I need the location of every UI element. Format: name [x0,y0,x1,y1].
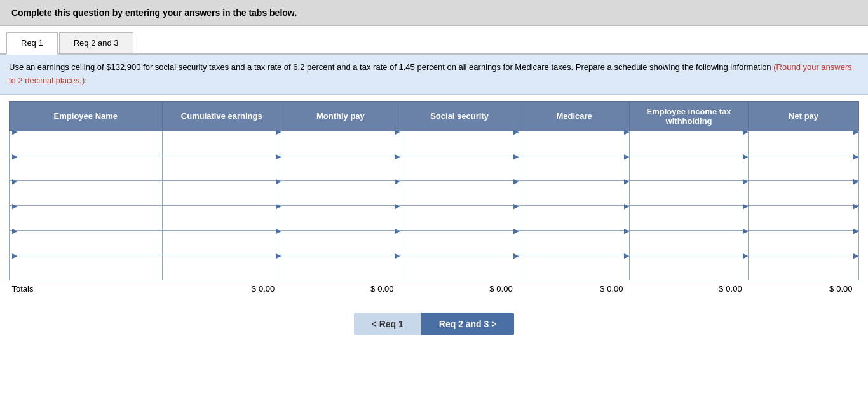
totals-mon-value: 0.00 [377,284,393,293]
row-1-col-0-input[interactable] [163,161,281,185]
dollar-sign: $ [252,284,256,293]
prev-button[interactable]: < Req 1 [354,313,421,335]
next-button[interactable]: Req 2 and 3 > [421,313,515,335]
header-bar: Complete this question by entering your … [0,0,868,26]
row-0-name-input[interactable] [12,136,162,160]
row-2-col-3-input[interactable] [519,185,629,210]
arrow-icon: ▶ [743,227,748,235]
row-3-col-2-input[interactable] [400,210,519,234]
arrow-icon: ▶ [513,227,519,235]
row-4-col-3-input[interactable] [519,235,629,259]
arrow-icon: ▶ [853,202,858,210]
row-0-col-0-input[interactable] [163,136,281,160]
col-employee-name: Employee Name [10,101,163,131]
arrow-icon: ▶ [12,152,17,161]
totals-med-value: 0.00 [607,284,623,293]
arrow-icon: ▶ [12,252,17,260]
row-0-col-4-cell: ▶ [629,131,748,156]
totals-soc-value: 0.00 [496,284,512,293]
arrow-icon: ▶ [743,128,748,136]
arrow-icon: ▶ [395,227,400,235]
row-5-col-1-input[interactable] [281,260,400,284]
row-0-col-4-input[interactable] [630,136,748,160]
totals-net-value: 0.00 [836,284,852,293]
arrow-icon: ▶ [624,177,629,185]
row-4-col-0-input[interactable] [163,235,281,259]
row-3-name-input[interactable] [12,210,162,234]
bottom-nav: < Req 1 Req 2 and 3 > [0,304,868,342]
instruction-box: Use an earnings ceiling of $132,900 for … [0,55,868,95]
tab-req2and3[interactable]: Req 2 and 3 [59,32,133,53]
row-0-col-5-input[interactable] [749,136,858,160]
row-2-col-0-input[interactable] [163,185,281,210]
col-medicare: Medicare [519,101,630,131]
arrow-icon: ▶ [853,227,858,235]
row-2-name-input[interactable] [12,185,162,210]
col-social-security: Social security [400,101,519,131]
row-2-col-4-input[interactable] [630,185,748,210]
row-5-col-0-input[interactable] [163,260,281,284]
totals-cum-value: 0.00 [259,284,275,293]
arrow-icon: ▶ [624,227,629,235]
row-0-col-3-cell: ▶ [519,131,630,156]
arrow-icon: ▶ [513,177,519,185]
row-5-col-5-input[interactable] [749,260,858,284]
row-3-col-5-input[interactable] [749,210,858,234]
row-5-col-4-input[interactable] [630,260,748,284]
row-1-col-2-input[interactable] [400,161,519,185]
arrow-icon: ▶ [395,177,400,185]
arrow-icon: ▶ [395,202,400,210]
dollar-sign-2: $ [370,284,375,293]
row-3-col-0-input[interactable] [163,210,281,234]
totals-emp-value: 0.00 [726,284,742,293]
row-3-col-1-input[interactable] [281,210,400,234]
arrow-icon: ▶ [513,152,519,161]
arrow-icon: ▶ [276,128,281,136]
row-0-col-5-cell: ▶ [749,131,859,156]
table-wrapper: Employee Name Cumulative earnings Monthl… [0,95,868,304]
row-1-col-4-input[interactable] [630,161,748,185]
tab-req1[interactable]: Req 1 [6,32,58,55]
row-2-col-2-input[interactable] [400,185,519,210]
arrow-icon: ▶ [395,152,400,161]
row-5-col-3-input[interactable] [519,260,629,284]
row-1-col-5-input[interactable] [749,161,858,185]
arrow-icon: ▶ [395,252,400,260]
arrow-icon: ▶ [853,252,858,260]
row-0-col-3-input[interactable] [519,136,629,160]
row-0-col-2-input[interactable] [400,136,519,160]
arrow-icon: ▶ [12,227,17,235]
row-3-col-3-input[interactable] [519,210,629,234]
col-cumulative-earnings: Cumulative earnings [162,101,281,131]
row-4-col-4-input[interactable] [630,235,748,259]
arrow-icon: ▶ [395,128,400,136]
arrow-icon: ▶ [276,202,281,210]
arrow-icon: ▶ [513,252,519,260]
dollar-sign-3: $ [489,284,494,293]
row-0-col-1-input[interactable] [281,136,400,160]
arrow-icon: ▶ [12,202,17,210]
row-0-col-1-cell: ▶ [281,131,400,156]
row-4-col-2-input[interactable] [400,235,519,259]
col-monthly-pay: Monthly pay [281,101,400,131]
arrow-icon: ▶ [853,152,858,161]
row-4-col-1-input[interactable] [281,235,400,259]
dollar-sign-5: $ [719,284,723,293]
row-4-col-5-input[interactable] [749,235,858,259]
row-2-col-5-input[interactable] [749,185,858,210]
arrow-icon: ▶ [743,152,748,161]
arrow-icon: ▶ [276,227,281,235]
tabs-area: Req 1 Req 2 and 3 [0,26,868,55]
row-5-name-input[interactable] [12,260,162,284]
row-1-name-input[interactable] [12,161,162,185]
row-2-col-1-input[interactable] [281,185,400,210]
row-5-col-2-input[interactable] [400,260,519,284]
row-4-name-input[interactable] [12,235,162,259]
row-0-name-cell: ▶ [10,131,163,156]
arrow-icon: ▶ [853,177,858,185]
row-3-col-4-input[interactable] [630,210,748,234]
arrow-icon: ▶ [624,152,629,161]
col-employee-income-tax: Employee income tax withholding [629,101,748,131]
row-1-col-3-input[interactable] [519,161,629,185]
row-1-col-1-input[interactable] [281,161,400,185]
